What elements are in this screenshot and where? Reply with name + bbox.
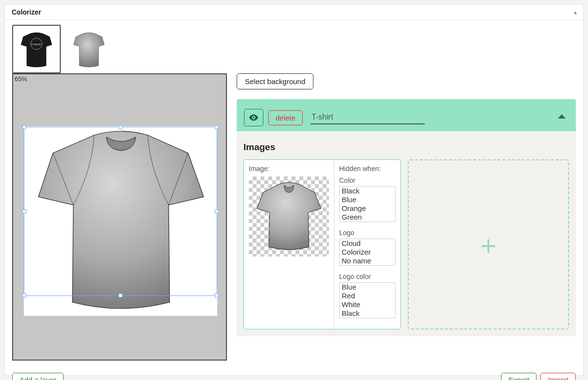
image-preview[interactable] (249, 176, 329, 257)
thumb-front-logo-text: Colorizer (32, 43, 41, 46)
colorizer-panel: Colorizer ▲ Colorizer (4, 4, 584, 376)
attr-logocolor-label: Logo color (339, 273, 396, 280)
panel-title: Colorizer (12, 8, 41, 16)
add-layer-button[interactable]: Add a layer (12, 373, 64, 380)
layer-header: delete (237, 104, 576, 131)
layer-grip-bar[interactable] (237, 99, 576, 104)
panel-header: Colorizer ▲ (5, 5, 583, 20)
attr-logocolor-select[interactable]: Blue Red White Black (339, 282, 396, 318)
panel-collapse-icon[interactable]: ▲ (573, 10, 578, 15)
thumb-front[interactable]: Colorizer (12, 25, 61, 73)
visibility-toggle[interactable] (244, 109, 263, 126)
attr-logo-label: Logo (339, 229, 396, 237)
hidden-when-label: Hidden when: (339, 165, 396, 173)
images-heading: Images (243, 142, 569, 153)
workspace: 65% (5, 73, 583, 368)
bottom-bar: Add a layer Export Import (5, 368, 583, 380)
artboard (24, 126, 217, 316)
plus-icon: ＋ (475, 231, 502, 258)
images-row: Image: (243, 159, 569, 329)
image-card: Image: (243, 159, 401, 329)
layer-collapse-icon[interactable] (557, 113, 566, 121)
eye-icon (248, 112, 259, 123)
image-label: Image: (249, 165, 329, 173)
editor-canvas[interactable]: 65% (12, 73, 227, 361)
attr-logo-select[interactable]: Cloud Colorizer No name (339, 239, 396, 266)
attr-color-label: Color (339, 176, 396, 184)
layers-column: Select background delete (237, 73, 576, 361)
thumbnail-row: Colorizer (5, 20, 583, 73)
attr-color-select[interactable]: Black Blue Orange Green (339, 186, 396, 222)
layer-body: Images Image: (237, 131, 576, 336)
delete-layer-button[interactable]: delete (268, 110, 303, 125)
svg-point-1 (253, 117, 255, 119)
add-image-slot[interactable]: ＋ (408, 159, 569, 329)
layers-scroll[interactable]: delete Images Image: (237, 99, 576, 361)
layer-name-input[interactable] (311, 111, 425, 124)
import-button[interactable]: Import (540, 373, 576, 380)
zoom-label: 65% (15, 75, 27, 83)
select-background-button[interactable]: Select background (237, 73, 313, 89)
export-button[interactable]: Export (501, 373, 536, 380)
thumb-back[interactable] (65, 25, 113, 73)
